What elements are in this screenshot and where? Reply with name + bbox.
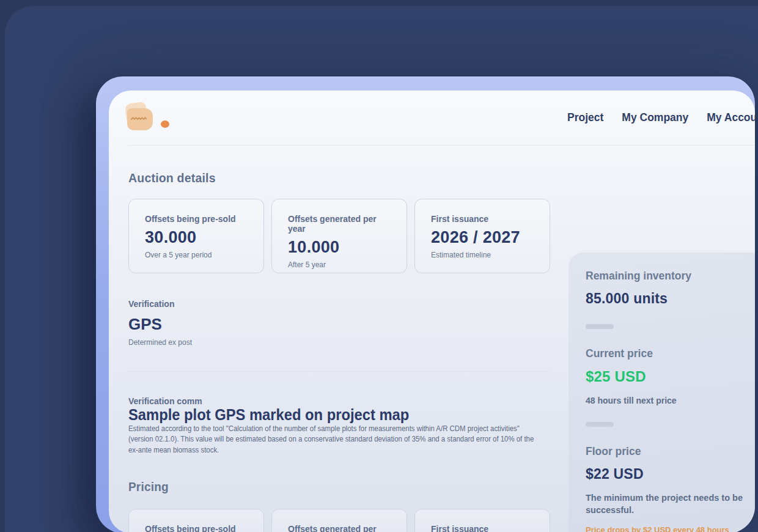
current-price-block: Current price $25 USD 48 hours till next… xyxy=(586,347,740,405)
pricing-stats-row: Offsets being pre-sold Offsets generated… xyxy=(128,509,550,532)
stat-label: Offsets being pre-sold xyxy=(145,524,248,532)
stat-label: Offsets being pre-sold xyxy=(145,214,248,224)
stat-card-first-issuance: First issuance 2026 / 2027 Estimated tim… xyxy=(414,199,550,273)
current-price-sub: 48 hours till next price xyxy=(586,396,740,405)
stat-sub: Estimated timeline xyxy=(431,251,534,259)
floor-price-desc: The minimum the project needs to be succ… xyxy=(586,492,743,516)
stat-label: Offsets generated per year xyxy=(288,214,391,234)
auction-stats-row: Offsets being pre-sold 30.000 Over a 5 y… xyxy=(128,199,550,273)
nav-item-project[interactable]: Project xyxy=(567,111,603,124)
logo-body-shape xyxy=(127,108,153,130)
auction-details-panel: Auction details Offsets being pre-sold 3… xyxy=(109,146,550,532)
main-nav: Project My Company My Account xyxy=(567,91,755,145)
nav-item-my-company[interactable]: My Company xyxy=(622,111,688,124)
pricing-card-first-issuance: First issuance xyxy=(414,509,550,532)
sidebar-divider-pill xyxy=(586,324,614,329)
verification-comm-label: Verification comm xyxy=(128,396,550,406)
top-nav-bar: Project My Company My Account xyxy=(109,91,755,145)
auction-details-title: Auction details xyxy=(128,171,550,185)
stat-label: First issuance xyxy=(431,524,534,532)
verification-label: Verification xyxy=(128,299,550,309)
stat-label: First issuance xyxy=(431,214,534,224)
pricing-card-offsets-presold: Offsets being pre-sold xyxy=(128,509,264,532)
logo-squiggle-icon xyxy=(131,116,147,121)
remaining-inventory-block: Remaining inventory 85.000 units xyxy=(586,270,740,307)
verification-value: GPS xyxy=(128,315,550,334)
section-divider xyxy=(128,371,550,372)
verification-comm-field: Verification comm Sample plot GPS marked… xyxy=(128,396,550,456)
pricing-title: Pricing xyxy=(128,480,529,494)
pricing-card-offsets-per-year: Offsets generated per year xyxy=(271,509,407,532)
stat-label: Offsets generated per year xyxy=(288,524,391,532)
stat-value: 10.000 xyxy=(288,238,391,257)
current-price-value: $25 USD xyxy=(586,368,740,385)
verification-field: Verification GPS Determined ex post xyxy=(128,299,550,347)
remaining-inventory-label: Remaining inventory xyxy=(586,270,740,283)
wallet-logo-icon[interactable] xyxy=(125,102,160,133)
verification-comm-title: Sample plot GPS marked on project map xyxy=(128,406,535,424)
app-window: Project My Company My Account Auction de… xyxy=(109,91,755,532)
floor-price-block: Floor price $22 USD The minimum the proj… xyxy=(586,445,740,532)
content-area: Auction details Offsets being pre-sold 3… xyxy=(109,146,755,532)
page: Project My Company My Account Auction de… xyxy=(0,0,758,532)
current-price-label: Current price xyxy=(586,347,740,360)
floor-price-note: Price drops by $2 USD every 48 hours xyxy=(586,525,740,532)
remaining-inventory-value: 85.000 units xyxy=(586,290,740,307)
auction-sidebar: Remaining inventory 85.000 units Current… xyxy=(568,253,755,532)
logo-dot-shape xyxy=(161,120,169,128)
verification-comm-body: Estimated according to the tool "Calcula… xyxy=(128,424,535,456)
stat-card-offsets-presold: Offsets being pre-sold 30.000 Over a 5 y… xyxy=(128,199,264,273)
stat-sub: After 5 year xyxy=(288,260,391,269)
nav-item-my-account[interactable]: My Account xyxy=(707,111,755,124)
stat-sub: Over a 5 year period xyxy=(145,251,248,259)
verification-sub: Determined ex post xyxy=(128,338,550,347)
sidebar-divider-pill xyxy=(586,422,614,427)
stat-card-offsets-per-year: Offsets generated per year 10.000 After … xyxy=(271,199,407,273)
stat-value: 30.000 xyxy=(145,228,248,247)
floor-price-label: Floor price xyxy=(586,445,740,458)
stat-value: 2026 / 2027 xyxy=(431,228,534,247)
floor-price-value: $22 USD xyxy=(586,466,740,482)
